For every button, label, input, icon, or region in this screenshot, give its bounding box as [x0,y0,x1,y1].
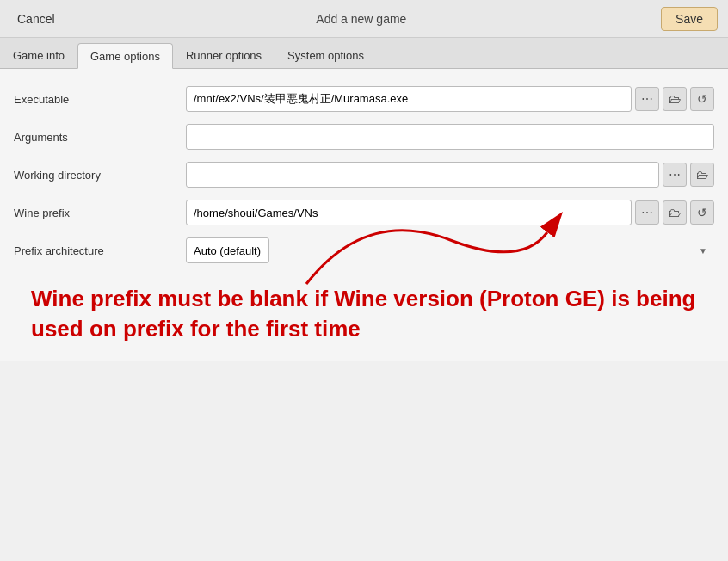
prefix-architecture-row: Prefix architecture Auto (default) win32… [14,237,714,263]
executable-dots-button[interactable]: ⋯ [635,87,659,111]
wine-prefix-folder-button[interactable]: 🗁 [663,200,687,225]
wine-prefix-reset-button[interactable]: ↺ [690,200,714,225]
executable-folder-button[interactable]: 🗁 [663,87,687,111]
working-directory-dots-button[interactable]: ⋯ [663,163,687,187]
working-directory-input-group: ⋯ 🗁 [186,162,714,188]
executable-row: Executable ⋯ 🗁 ↺ [14,86,714,112]
wine-prefix-label: Wine prefix [14,207,186,219]
tab-system-options[interactable]: System options [275,42,377,68]
cancel-button[interactable]: Cancel [10,9,62,29]
arguments-row: Arguments [14,124,714,150]
wine-prefix-input-group: ⋯ 🗁 ↺ [186,200,714,225]
tab-runner-options[interactable]: Runner options [173,42,275,68]
tab-game-options[interactable]: Game options [77,43,173,69]
header-title: Add a new game [316,12,406,26]
arguments-input-group [186,124,714,150]
arguments-label: Arguments [14,131,186,144]
working-directory-label: Working directory [14,169,186,182]
header: Cancel Add a new game Save [0,0,728,38]
content-area: Executable ⋯ 🗁 ↺ Arguments Working direc… [0,69,728,361]
executable-label: Executable [14,93,186,106]
executable-reset-button[interactable]: ↺ [690,87,714,111]
executable-input-group: ⋯ 🗁 ↺ [186,86,714,112]
arguments-input[interactable] [186,124,714,150]
annotation-area: Wine prefix must be blank if Wine versio… [14,284,714,344]
wine-prefix-input[interactable] [186,200,632,225]
working-directory-input[interactable] [186,162,659,188]
tabs: Game info Game options Runner options Sy… [0,38,728,69]
executable-input[interactable] [186,86,632,112]
wine-prefix-row: Wine prefix ⋯ 🗁 ↺ [14,200,714,225]
wine-prefix-dots-button[interactable]: ⋯ [635,200,659,225]
prefix-architecture-select-group: Auto (default) win32 win64 [186,237,714,263]
working-directory-row: Working directory ⋯ 🗁 [14,162,714,188]
annotation-text: Wine prefix must be blank if Wine versio… [31,284,697,344]
prefix-architecture-select[interactable]: Auto (default) win32 win64 [186,237,269,263]
working-directory-folder-button[interactable]: 🗁 [690,163,714,187]
tab-game-info[interactable]: Game info [0,42,77,68]
prefix-architecture-label: Prefix architecture [14,244,186,257]
save-button[interactable]: Save [661,7,718,31]
